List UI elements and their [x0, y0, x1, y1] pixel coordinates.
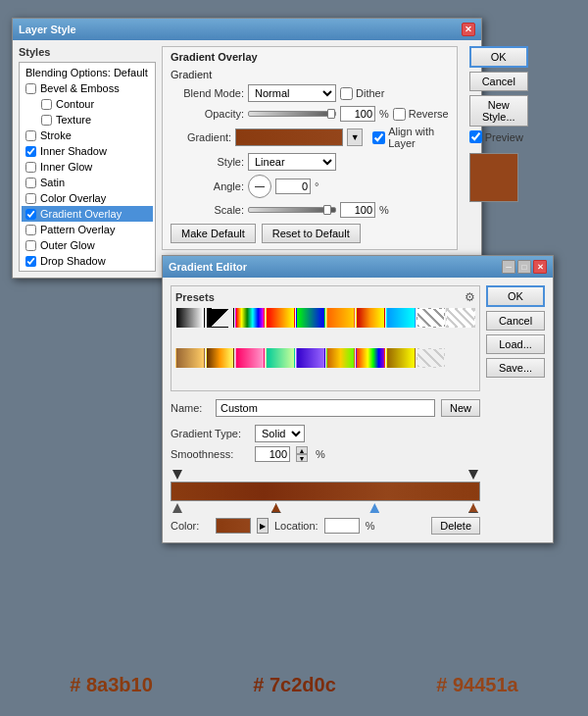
angle-dial[interactable] [248, 175, 271, 198]
preset-item-14[interactable] [296, 348, 325, 368]
make-default-btn[interactable]: Make Default [171, 224, 256, 243]
preset-item-13[interactable] [266, 348, 295, 368]
style-select[interactable]: Linear [248, 153, 336, 171]
ge-minimize-btn[interactable]: ─ [502, 260, 515, 274]
preset-item-11[interactable] [206, 348, 235, 368]
ge-cancel-btn[interactable]: Cancel [486, 311, 545, 331]
preset-item-5[interactable] [326, 308, 356, 328]
ge-type-row: Gradient Type: Solid [171, 425, 480, 442]
preset-item-19[interactable] [446, 348, 475, 368]
preset-item-3[interactable] [266, 308, 295, 328]
cancel-btn[interactable]: Cancel [469, 72, 528, 91]
preset-item-12[interactable] [235, 348, 265, 368]
ge-name-input[interactable] [216, 399, 435, 417]
dither-checkbox[interactable] [340, 87, 353, 100]
scale-slider[interactable] [248, 207, 336, 213]
preset-item-10[interactable] [175, 348, 205, 368]
ge-delete-btn[interactable]: Delete [431, 517, 480, 535]
sidebar-item-satin[interactable]: Satin [22, 175, 153, 190]
presets-gear-icon[interactable]: ⚙ [465, 290, 475, 304]
preset-item-0[interactable] [175, 308, 205, 328]
ge-ok-btn[interactable]: OK [486, 285, 545, 307]
sidebar-item-pattern-overlay[interactable]: Pattern Overlay [22, 222, 153, 237]
pattern-overlay-checkbox[interactable] [25, 225, 36, 235]
ge-smooth-down[interactable]: ▼ [296, 454, 308, 462]
preset-item-9[interactable] [446, 308, 475, 328]
align-with-layer-checkbox[interactable] [372, 131, 385, 144]
texture-checkbox[interactable] [41, 115, 52, 126]
ge-color-swatch[interactable] [216, 518, 251, 534]
color-stop-mid1[interactable] [271, 503, 281, 513]
ge-smooth-input[interactable] [255, 446, 290, 462]
blending-label: Blending Options: Default [25, 67, 148, 78]
ge-titlebar: Gradient Editor ─ □ ✕ [163, 256, 553, 278]
sidebar-item-drop-shadow[interactable]: Drop Shadow [22, 253, 153, 269]
ge-smooth-up[interactable]: ▲ [296, 446, 308, 454]
ge-location-input[interactable] [324, 518, 360, 534]
bevel-checkbox[interactable] [25, 83, 36, 94]
sidebar-item-gradient-overlay[interactable]: Gradient Overlay [22, 206, 153, 222]
ge-save-btn[interactable]: Save... [486, 358, 545, 378]
ge-name-row: Name: New [171, 399, 480, 417]
satin-checkbox[interactable] [25, 178, 36, 188]
blend-mode-select[interactable]: Normal [248, 84, 336, 102]
opacity-slider[interactable] [248, 111, 336, 117]
sidebar-item-blending[interactable]: Blending Options: Default [22, 65, 153, 80]
ge-load-btn[interactable]: Load... [486, 334, 545, 354]
preset-item-8[interactable] [416, 308, 446, 328]
opacity-stop-right[interactable] [468, 470, 478, 480]
preset-item-17[interactable] [386, 348, 416, 368]
ge-new-btn[interactable]: New [441, 399, 480, 417]
ok-btn[interactable]: OK [469, 46, 528, 68]
preset-item-1[interactable] [206, 308, 235, 328]
scale-input[interactable] [340, 202, 375, 218]
color-stops-row [171, 503, 480, 513]
sidebar-item-outer-glow[interactable]: Outer Glow [22, 237, 153, 253]
sidebar-item-inner-shadow[interactable]: Inner Shadow [22, 143, 153, 159]
sidebar-item-bevel[interactable]: Bevel & Emboss [22, 80, 153, 96]
preset-item-18[interactable] [416, 348, 446, 368]
color-stop-active[interactable] [369, 503, 379, 513]
preset-item-15[interactable] [326, 348, 356, 368]
contour-checkbox[interactable] [41, 99, 52, 110]
ge-gradient-display[interactable] [171, 482, 480, 501]
color-overlay-checkbox[interactable] [25, 193, 36, 204]
inner-glow-checkbox[interactable] [25, 162, 36, 173]
color-highlights: # 8a3b10 # 7c2d0c # 94451a [0, 674, 588, 696]
drop-shadow-checkbox[interactable] [25, 256, 36, 267]
reverse-checkbox[interactable] [393, 108, 406, 121]
ge-bottom-row: Color: ▶ Location: % Delete [171, 517, 480, 535]
stroke-checkbox[interactable] [25, 130, 36, 141]
reset-to-default-btn[interactable]: Reset to Default [262, 224, 361, 243]
color-stop-left[interactable] [172, 503, 182, 513]
new-style-btn[interactable]: New Style... [469, 95, 528, 127]
preset-item-7[interactable] [386, 308, 416, 328]
preset-item-4[interactable] [296, 308, 325, 328]
preset-item-16[interactable] [356, 348, 385, 368]
ge-type-select[interactable]: Solid [255, 425, 305, 442]
sidebar-item-color-overlay[interactable]: Color Overlay [22, 190, 153, 206]
color-stop-right[interactable] [468, 503, 478, 513]
layer-style-close-btn[interactable]: ✕ [462, 23, 475, 36]
ge-smooth-row: Smoothness: ▲ ▼ % [171, 446, 480, 462]
gradient-preview-bar[interactable] [235, 128, 343, 146]
inner-shadow-checkbox[interactable] [25, 146, 36, 157]
sidebar-items-list: Blending Options: Default Bevel & Emboss… [19, 62, 156, 272]
ge-color-arrow[interactable]: ▶ [257, 518, 269, 534]
angle-input[interactable] [275, 179, 311, 194]
opacity-input[interactable] [340, 106, 375, 122]
gradient-dropdown-btn[interactable]: ▼ [347, 128, 363, 146]
sidebar-item-inner-glow[interactable]: Inner Glow [22, 159, 153, 175]
outer-glow-checkbox[interactable] [25, 240, 36, 251]
gradient-overlay-checkbox[interactable] [25, 209, 36, 220]
opacity-stop-left[interactable] [172, 470, 182, 480]
inner-shadow-label: Inner Shadow [40, 145, 107, 157]
preset-item-2[interactable] [235, 308, 265, 328]
ge-maximize-btn[interactable]: □ [517, 260, 531, 274]
ge-close-btn[interactable]: ✕ [533, 260, 547, 274]
sidebar-item-texture[interactable]: Texture [22, 112, 153, 128]
preset-item-6[interactable] [356, 308, 385, 328]
sidebar-item-stroke[interactable]: Stroke [22, 128, 153, 143]
preview-checkbox[interactable] [469, 130, 482, 143]
sidebar-item-contour[interactable]: Contour [22, 96, 153, 112]
